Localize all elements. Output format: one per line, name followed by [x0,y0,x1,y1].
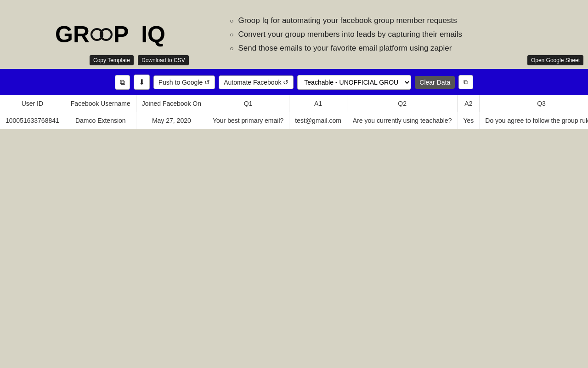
group-dropdown[interactable]: Teachable - UNOFFICIAL GROU [297,75,411,90]
cell-joined-facebook: May 27, 2020 [136,112,207,129]
open-google-sheet-button[interactable]: ⧉ [458,75,473,89]
logo-iq-text: P IQ [113,21,165,48]
cell-a1: test@gmail.com [289,112,347,129]
logo-circles [90,28,113,41]
push-google-label: Push to Google ↺ [158,79,210,86]
download-csv-tooltip: Download to CSV [138,55,189,65]
logo-container: GR P IQ [55,21,165,48]
open-google-sheet-tooltip: Open Google Sheet [527,55,583,65]
feature-item-3: Send those emails to your favorite email… [230,44,579,53]
col-q2: Q2 [347,95,458,112]
logo-gr-text: GR [55,21,90,48]
header-section: GR P IQ Groop Iq for automating your fac… [0,0,588,69]
push-to-google-button[interactable]: Push to Google ↺ [153,75,215,89]
cell-q2: Are you currently using teachable? [347,112,458,129]
col-a1: A1 [289,95,347,112]
col-facebook-username: Facebook Username [65,95,136,112]
open-sheet-icon: ⧉ [464,78,468,86]
download-csv-button[interactable]: ⬇ [134,75,150,90]
download-icon: ⬇ [139,78,145,86]
feature-item-2: Convert your group members into leads by… [230,30,579,39]
cell-facebook-username: Damco Extension [65,112,136,129]
cell-q1: Your best primary email? [207,112,289,129]
col-q3: Q3 [480,95,588,112]
col-joined-facebook: Joined Facebook On [136,95,207,112]
table-body: 100051633768841 Damco Extension May 27, … [0,112,588,129]
automate-fb-label: Automate Facebook ↺ [224,79,288,86]
clear-data-button[interactable]: Clear Data [415,76,455,89]
automate-facebook-button[interactable]: Automate Facebook ↺ [219,75,294,89]
cell-a2: Yes [458,112,480,129]
copy-icon: ⧉ [120,78,125,86]
logo-area: GR P IQ [0,9,220,60]
table-container: User ID Facebook Username Joined Faceboo… [0,95,588,129]
table-header: User ID Facebook Username Joined Faceboo… [0,95,588,112]
clear-data-label: Clear Data [419,79,450,86]
col-user-id: User ID [0,95,65,112]
table-row: 100051633768841 Damco Extension May 27, … [0,112,588,129]
cell-q3: Do you agree to follow the group rules? [480,112,588,129]
data-table: User ID Facebook Username Joined Faceboo… [0,95,588,129]
logo-circle-right [100,28,113,41]
feature-item-1: Groop Iq for automating your facebook gr… [230,16,579,25]
copy-template-button[interactable]: ⧉ [115,75,130,90]
copy-template-tooltip: Copy Template [90,55,134,65]
col-q1: Q1 [207,95,289,112]
toolbar: Copy Template Download to CSV ⧉ ⬇ Push t… [0,69,588,95]
features-list: Groop Iq for automating your facebook gr… [220,9,588,60]
header-row: User ID Facebook Username Joined Faceboo… [0,95,588,112]
col-a2: A2 [458,95,480,112]
cell-user-id: 100051633768841 [0,112,65,129]
